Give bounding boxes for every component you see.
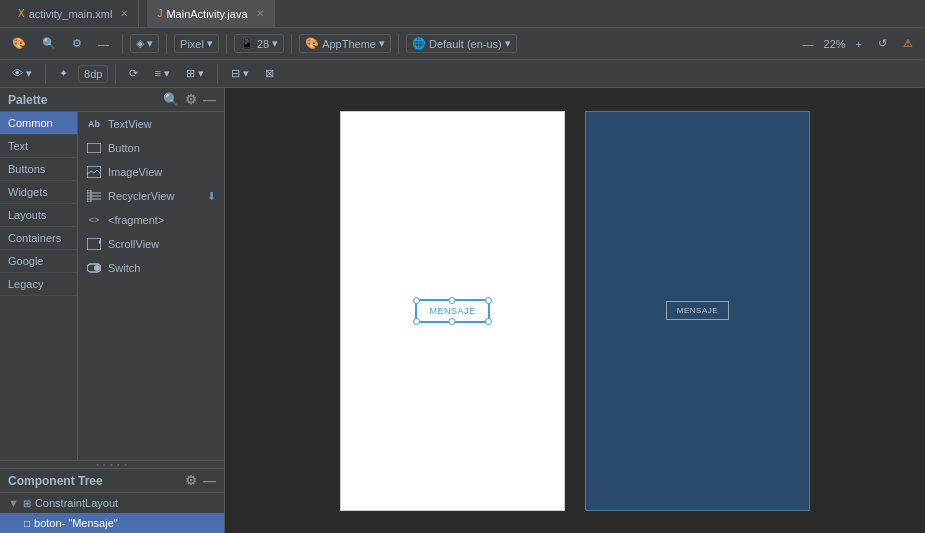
canvas-button-dark[interactable]: MENSAJE bbox=[666, 301, 729, 320]
api-dropdown[interactable]: 📱 28 ▾ bbox=[234, 34, 284, 53]
category-widgets[interactable]: Widgets bbox=[0, 181, 77, 204]
sep5 bbox=[398, 34, 399, 54]
warning-button[interactable]: ⚠ bbox=[897, 35, 919, 52]
category-google[interactable]: Google bbox=[0, 250, 77, 273]
transform-button[interactable]: ⟳ bbox=[123, 65, 144, 82]
switch-icon bbox=[86, 260, 102, 276]
settings-button[interactable]: ⚙ bbox=[66, 35, 88, 52]
collapse-button[interactable]: — bbox=[92, 36, 115, 52]
sep7 bbox=[115, 64, 116, 84]
svg-rect-6 bbox=[87, 238, 101, 250]
layers-dropdown[interactable]: ◈ ▾ bbox=[130, 34, 159, 53]
tree-collapse-icon[interactable]: — bbox=[203, 473, 216, 488]
handle-bot-right[interactable] bbox=[485, 318, 492, 325]
fragment-icon: <> bbox=[86, 212, 102, 228]
component-recyclerview-label: RecyclerView bbox=[108, 190, 174, 202]
handle-top-mid[interactable] bbox=[449, 297, 456, 304]
palette-collapse-icon[interactable]: — bbox=[203, 92, 216, 107]
svg-point-9 bbox=[94, 265, 100, 271]
component-imageview[interactable]: ImageView bbox=[78, 160, 224, 184]
tab-label-xml: activity_main.xml bbox=[29, 8, 113, 20]
eye-button[interactable]: 👁 ▾ bbox=[6, 65, 38, 82]
sep6 bbox=[45, 64, 46, 84]
component-tree-header: Component Tree ⚙ — bbox=[0, 469, 224, 493]
category-layouts[interactable]: Layouts bbox=[0, 204, 77, 227]
category-common[interactable]: Common bbox=[0, 112, 77, 135]
tab-close-xml[interactable]: ✕ bbox=[120, 8, 128, 19]
canvas-content[interactable]: MENSAJE MENSAJE bbox=[225, 88, 925, 533]
component-button[interactable]: Button bbox=[78, 136, 224, 160]
api-label: 28 bbox=[257, 38, 269, 50]
component-recyclerview[interactable]: RecyclerView ⬇ bbox=[78, 184, 224, 208]
sep1 bbox=[122, 34, 123, 54]
component-switch[interactable]: Switch bbox=[78, 256, 224, 280]
tree-child-icon: □ bbox=[24, 518, 30, 529]
theme-label: AppTheme bbox=[322, 38, 376, 50]
tree-expand-icon: ▼ bbox=[8, 497, 19, 509]
phone-preview-light[interactable]: MENSAJE bbox=[340, 111, 565, 511]
handle-top-right[interactable] bbox=[485, 297, 492, 304]
canvas-area: MENSAJE MENSAJE bbox=[225, 88, 925, 533]
phone-preview-dark[interactable]: MENSAJE bbox=[585, 111, 810, 511]
category-buttons[interactable]: Buttons bbox=[0, 158, 77, 181]
java-icon: J bbox=[157, 8, 162, 19]
component-textview[interactable]: Ab TextView bbox=[78, 112, 224, 136]
palette-toggle-button[interactable]: 🎨 bbox=[6, 35, 32, 52]
component-textview-label: TextView bbox=[108, 118, 152, 130]
refresh-button[interactable]: ↺ bbox=[872, 35, 893, 52]
tree-settings-icon[interactable]: ⚙ bbox=[185, 473, 197, 488]
zoom-in-button[interactable]: + bbox=[850, 36, 868, 52]
tree-boton-label: boton- "Mensaje" bbox=[34, 517, 118, 529]
margin-dropdown[interactable]: 8dp bbox=[78, 65, 108, 83]
category-text[interactable]: Text bbox=[0, 135, 77, 158]
sep3 bbox=[226, 34, 227, 54]
sep8 bbox=[217, 64, 218, 84]
locale-dropdown[interactable]: 🌐 Default (en-us) ▾ bbox=[406, 34, 517, 53]
handle-top-left[interactable] bbox=[413, 297, 420, 304]
category-legacy[interactable]: Legacy bbox=[0, 273, 77, 296]
tab-activity-main-xml[interactable]: X activity_main.xml ✕ bbox=[8, 0, 139, 27]
palette-search-icon[interactable]: 🔍 bbox=[163, 92, 179, 107]
tree-item-boton-mensaje[interactable]: □ boton- "Mensaje" bbox=[0, 513, 224, 533]
palette-content: Common Text Buttons Widgets Layouts Cont… bbox=[0, 112, 224, 460]
locale-label: Default (en-us) bbox=[429, 38, 502, 50]
recyclerview-icon bbox=[86, 188, 102, 204]
device-dropdown[interactable]: Pixel ▾ bbox=[174, 34, 219, 53]
sep2 bbox=[166, 34, 167, 54]
device-label: Pixel bbox=[180, 38, 204, 50]
canvas-button-dark-label: MENSAJE bbox=[677, 306, 718, 315]
component-fragment[interactable]: <> <fragment> bbox=[78, 208, 224, 232]
xml-icon: X bbox=[18, 8, 25, 19]
palette-divider[interactable]: • • • • • bbox=[0, 460, 224, 468]
tree-item-constraint-layout[interactable]: ▼ ⊞ ConstraintLayout bbox=[0, 493, 224, 513]
handle-bot-left[interactable] bbox=[413, 318, 420, 325]
component-list: Ab TextView Button ImageView bbox=[78, 112, 224, 460]
palette-settings-icon[interactable]: ⚙ bbox=[185, 92, 197, 107]
component-tree-section: Component Tree ⚙ — ▼ ⊞ ConstraintLayout … bbox=[0, 468, 224, 533]
zoom-out-button[interactable]: — bbox=[797, 36, 820, 52]
wand-button[interactable]: ✦ bbox=[53, 65, 74, 82]
category-list: Common Text Buttons Widgets Layouts Cont… bbox=[0, 112, 78, 460]
tab-close-java[interactable]: ✕ bbox=[256, 8, 264, 19]
component-button-label: Button bbox=[108, 142, 140, 154]
handle-bot-mid[interactable] bbox=[449, 318, 456, 325]
tree-constraint-layout-icon: ⊞ bbox=[23, 498, 31, 509]
guidelines-button[interactable]: ⊟ ▾ bbox=[225, 65, 255, 82]
component-scrollview[interactable]: ScrollView bbox=[78, 232, 224, 256]
canvas-button-light[interactable]: MENSAJE bbox=[415, 299, 489, 323]
component-fragment-label: <fragment> bbox=[108, 214, 164, 226]
zoom-level: 22% bbox=[824, 38, 846, 50]
component-tree-title: Component Tree bbox=[8, 474, 103, 488]
category-containers[interactable]: Containers bbox=[0, 227, 77, 250]
component-switch-label: Switch bbox=[108, 262, 140, 274]
imageview-icon bbox=[86, 164, 102, 180]
title-bar: X activity_main.xml ✕ J MainActivity.jav… bbox=[0, 0, 925, 28]
align-button[interactable]: ≡ ▾ bbox=[148, 65, 175, 82]
baseline-button[interactable]: ⊠ bbox=[259, 65, 280, 82]
theme-dropdown[interactable]: 🎨 AppTheme ▾ bbox=[299, 34, 391, 53]
search-button[interactable]: 🔍 bbox=[36, 35, 62, 52]
tree-constraint-layout-label: ConstraintLayout bbox=[35, 497, 118, 509]
main-toolbar: 🎨 🔍 ⚙ — ◈ ▾ Pixel ▾ 📱 28 ▾ 🎨 AppTheme ▾ … bbox=[0, 28, 925, 60]
tab-mainactivity-java[interactable]: J MainActivity.java ✕ bbox=[147, 0, 274, 27]
distribute-button[interactable]: ⊞ ▾ bbox=[180, 65, 210, 82]
